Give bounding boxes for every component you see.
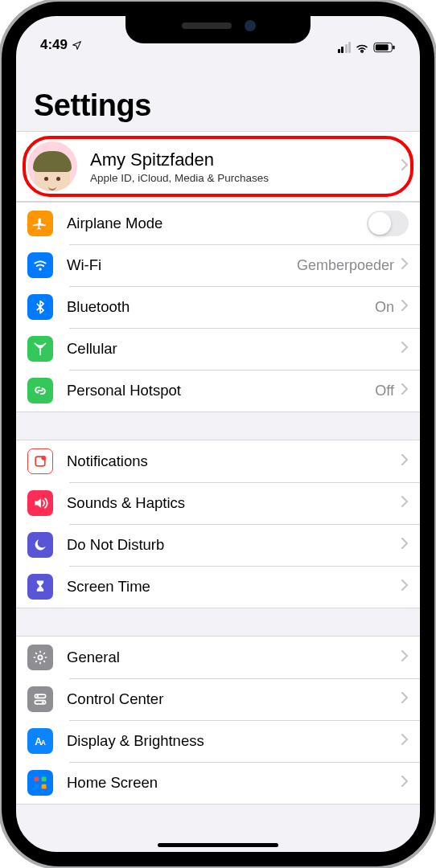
svg-rect-13: [35, 777, 39, 782]
speaker-icon: [27, 490, 53, 516]
display-brightness-row[interactable]: AADisplay & Brightness: [16, 720, 420, 762]
general-row[interactable]: General: [16, 637, 420, 678]
chevron-right-icon: [401, 158, 409, 174]
status-time: 4:49: [40, 37, 68, 53]
airplane-icon: [27, 211, 53, 236]
chevron-right-icon: [401, 299, 409, 315]
battery-icon: [373, 42, 396, 53]
airplane-mode-row[interactable]: Airplane Mode: [16, 203, 420, 244]
row-label: Cellular: [67, 340, 401, 358]
profile-name: Amy Spitzfaden: [90, 149, 401, 170]
personal-hotspot-row[interactable]: Personal HotspotOff: [16, 370, 420, 411]
grid-icon: [27, 770, 53, 796]
chevron-right-icon: [401, 495, 409, 511]
chain-icon: [27, 378, 53, 403]
row-label: Do Not Disturb: [67, 536, 401, 554]
location-icon: [72, 40, 82, 51]
switches-icon: [27, 686, 53, 712]
row-label: General: [67, 649, 401, 666]
row-value: Off: [375, 383, 394, 399]
moon-icon: [27, 532, 53, 558]
chevron-right-icon: [401, 341, 409, 357]
wifi-row[interactable]: Wi-FiGemberpoeder: [16, 244, 420, 286]
page-title: Settings: [16, 55, 420, 131]
avatar: [27, 141, 77, 191]
row-label: Personal Hotspot: [67, 382, 375, 399]
gear-icon: [27, 645, 53, 670]
bluetooth-icon: [27, 294, 53, 320]
settings-group: Airplane ModeWi-FiGemberpoederBluetoothO…: [16, 202, 420, 412]
chevron-right-icon: [401, 649, 409, 665]
row-label: Notifications: [67, 452, 401, 470]
row-label: Sounds & Haptics: [67, 494, 401, 512]
bluetooth-row[interactable]: BluetoothOn: [16, 286, 420, 328]
apple-id-row[interactable]: Amy Spitzfaden Apple ID, iCloud, Media &…: [16, 132, 420, 201]
antenna-icon: [27, 336, 53, 362]
notifications-row[interactable]: Notifications: [16, 440, 420, 482]
chevron-right-icon: [401, 453, 409, 469]
row-label: Wi-Fi: [67, 256, 297, 274]
sounds-haptics-row[interactable]: Sounds & Haptics: [16, 482, 420, 524]
row-label: Bluetooth: [67, 298, 375, 316]
svg-rect-7: [35, 694, 45, 698]
profile-group: Amy Spitzfaden Apple ID, iCloud, Media &…: [16, 131, 420, 202]
chevron-right-icon: [401, 383, 409, 399]
cellular-signal-icon: [338, 42, 352, 53]
hourglass-icon: [27, 574, 53, 600]
row-label: Home Screen: [67, 774, 401, 792]
row-label: Control Center: [67, 690, 401, 708]
svg-rect-2: [393, 46, 394, 50]
svg-point-3: [39, 268, 41, 270]
screen-time-row[interactable]: Screen Time: [16, 566, 420, 608]
row-label: Screen Time: [67, 578, 401, 596]
chevron-right-icon: [401, 775, 409, 791]
chevron-right-icon: [401, 257, 409, 273]
cellular-row[interactable]: Cellular: [16, 328, 420, 370]
home-screen-row[interactable]: Home Screen: [16, 762, 420, 804]
screen: 4:49 Settings Amy Spitzfaden Apple ID, i…: [16, 16, 420, 852]
home-indicator[interactable]: [158, 843, 278, 847]
do-not-disturb-row[interactable]: Do Not Disturb: [16, 524, 420, 566]
chevron-right-icon: [401, 537, 409, 553]
control-center-row[interactable]: Control Center: [16, 678, 420, 720]
svg-rect-14: [42, 777, 47, 782]
chevron-right-icon: [401, 579, 409, 595]
wifi-icon: [355, 42, 369, 53]
airplane-mode-toggle[interactable]: [367, 211, 409, 236]
bell-sq-icon: [27, 448, 53, 474]
svg-rect-1: [376, 44, 389, 50]
profile-subtitle: Apple ID, iCloud, Media & Purchases: [90, 172, 401, 184]
wifi-icon: [27, 252, 53, 278]
chevron-right-icon: [401, 691, 409, 707]
svg-rect-16: [42, 784, 47, 789]
settings-group: NotificationsSounds & HapticsDo Not Dist…: [16, 440, 420, 608]
row-value: On: [375, 299, 394, 316]
svg-point-5: [41, 456, 46, 461]
svg-rect-15: [35, 784, 39, 789]
svg-point-8: [36, 695, 39, 698]
row-label: Airplane Mode: [67, 215, 367, 232]
svg-point-10: [42, 701, 44, 703]
settings-group: GeneralControl CenterAADisplay & Brightn…: [16, 636, 420, 805]
phone-notch: [125, 13, 311, 43]
row-label: Display & Brightness: [67, 732, 401, 750]
svg-point-6: [38, 655, 42, 659]
aa-icon: AA: [27, 728, 53, 754]
svg-text:A: A: [41, 739, 46, 747]
row-value: Gemberpoeder: [297, 257, 394, 274]
chevron-right-icon: [401, 733, 409, 749]
